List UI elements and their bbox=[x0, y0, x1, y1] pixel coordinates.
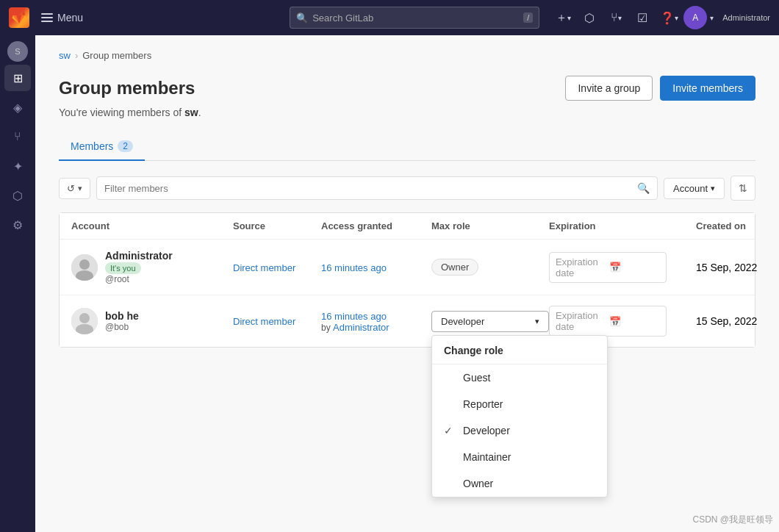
header-actions: Invite a group Invite members bbox=[565, 76, 755, 101]
admin-created: 15 Sep, 2022 bbox=[696, 262, 779, 273]
member-info-admin: Administrator It's you @root bbox=[71, 250, 233, 284]
todos-button[interactable]: ☑ bbox=[631, 6, 654, 29]
sidebar-item-ci[interactable]: ✦ bbox=[4, 153, 31, 179]
tab-members-label: Members bbox=[71, 140, 113, 152]
help-button[interactable]: ❓ ▾ bbox=[657, 6, 681, 29]
bob-access: 16 minutes ago by Administrator bbox=[321, 310, 431, 333]
subtitle-group: sw bbox=[184, 107, 198, 118]
watermark: CSDN @我是旺领导 bbox=[692, 514, 773, 526]
bob-role-dropdown[interactable]: Developer ▾ bbox=[431, 311, 549, 332]
plus-icon: ＋ bbox=[556, 10, 567, 26]
admin-access: 16 minutes ago bbox=[321, 262, 431, 273]
bob-expiration-input[interactable]: Expiration date 📅 bbox=[549, 306, 667, 337]
admin-source-link[interactable]: Direct member bbox=[233, 262, 295, 273]
breadcrumb-separator: › bbox=[75, 50, 78, 61]
col-role: Max role bbox=[431, 220, 549, 231]
menu-button[interactable]: Menu bbox=[35, 9, 89, 26]
role-option-maintainer[interactable]: Maintainer bbox=[432, 444, 607, 470]
topnav-actions: ＋ ▾ ⬡ ⑂ ▾ ☑ ❓ ▾ A ▾ bbox=[551, 6, 714, 29]
calendar-icon2: 📅 bbox=[609, 316, 660, 327]
col-expiration: Expiration bbox=[549, 220, 696, 231]
bob-name: bob he bbox=[105, 310, 139, 322]
chevron-down-icon7: ▾ bbox=[535, 317, 539, 326]
breadcrumb-parent[interactable]: sw bbox=[59, 50, 71, 61]
create-button[interactable]: ＋ ▾ bbox=[551, 6, 575, 29]
account-filter-button[interactable]: Account ▾ bbox=[664, 178, 725, 199]
role-option-developer[interactable]: ✓ Developer bbox=[432, 417, 607, 444]
admin-handle: @root bbox=[105, 274, 173, 284]
sidebar-avatar[interactable]: S bbox=[7, 41, 28, 62]
gitlab-logo[interactable] bbox=[9, 7, 29, 28]
issues-button[interactable]: ⬡ bbox=[578, 6, 601, 29]
table-header: Account Source Access granted Max role E… bbox=[60, 213, 755, 240]
member-details-bob: bob he @bob bbox=[105, 310, 139, 332]
help-icon: ❓ bbox=[660, 11, 675, 25]
col-access: Access granted bbox=[321, 220, 431, 231]
table-row: bob he @bob Direct member 16 minutes ago… bbox=[60, 295, 755, 347]
role-option-guest[interactable]: Guest bbox=[432, 364, 607, 391]
breadcrumb: sw › Group members bbox=[59, 50, 755, 61]
admin-expiration: Expiration date 📅 bbox=[549, 252, 696, 283]
breadcrumb-current: Group members bbox=[82, 50, 151, 61]
filter-search-button[interactable]: 🔍 bbox=[630, 177, 657, 199]
sidebar-item-learn[interactable]: ◈ bbox=[4, 94, 31, 121]
tab-members[interactable]: Members 2 bbox=[59, 133, 145, 161]
role-maintainer-label: Maintainer bbox=[463, 451, 511, 463]
sidebar-item-settings[interactable]: ⚙ bbox=[4, 212, 31, 238]
admin-role: Owner bbox=[431, 259, 549, 276]
role-change-dropdown: Change role Guest Reporter ✓ bbox=[431, 335, 608, 497]
role-guest-label: Guest bbox=[463, 372, 490, 384]
chevron-down-icon3: ▾ bbox=[675, 14, 678, 22]
user-menu[interactable]: A ▾ bbox=[683, 6, 714, 29]
bob-source: Direct member bbox=[233, 315, 321, 327]
sidebar-item-merge-requests[interactable]: ⑂ bbox=[4, 123, 31, 150]
role-option-owner[interactable]: Owner bbox=[432, 470, 607, 497]
bob-source-link[interactable]: Direct member bbox=[233, 316, 295, 327]
bob-access-time[interactable]: 16 minutes ago bbox=[321, 311, 387, 322]
filter-input[interactable] bbox=[97, 178, 630, 199]
sidebar-item-security[interactable]: ⬡ bbox=[4, 182, 31, 209]
search-icon: 🔍 bbox=[296, 12, 308, 24]
menu-label: Menu bbox=[57, 12, 83, 24]
bob-role: Developer ▾ Change role Guest bbox=[431, 311, 549, 332]
hamburger-icon bbox=[41, 13, 53, 22]
role-owner-label: Owner bbox=[463, 478, 493, 489]
bob-handle: @bob bbox=[105, 322, 139, 332]
issues-icon: ⬡ bbox=[584, 11, 595, 25]
invite-members-button[interactable]: Invite members bbox=[660, 76, 755, 101]
history-icon: ↺ bbox=[67, 183, 75, 194]
account-filter-label: Account bbox=[673, 183, 708, 194]
filter-history-button[interactable]: ↺ ▾ bbox=[59, 178, 90, 199]
role-option-reporter[interactable]: Reporter bbox=[432, 391, 607, 417]
col-account: Account bbox=[71, 220, 233, 231]
page-title: Group members bbox=[59, 78, 195, 98]
svg-point-4 bbox=[79, 313, 90, 323]
bob-created-date: 15 Sep, 2022 bbox=[696, 315, 757, 327]
bob-access-by-link[interactable]: Administrator bbox=[333, 322, 390, 333]
admin-access-time[interactable]: 16 minutes ago bbox=[321, 262, 387, 273]
expiration-placeholder: Expiration date bbox=[556, 256, 606, 278]
role-reporter-label: Reporter bbox=[463, 398, 503, 410]
todo-icon: ☑ bbox=[637, 11, 647, 25]
sort-button[interactable]: ⇅ bbox=[730, 176, 755, 201]
chevron-down-icon: ▾ bbox=[567, 14, 571, 22]
bob-access-by: by Administrator bbox=[321, 322, 431, 333]
table-row: Administrator It's you @root Direct memb… bbox=[60, 240, 755, 295]
invite-group-button[interactable]: Invite a group bbox=[565, 76, 653, 101]
merge-icon: ⑂ bbox=[611, 11, 618, 24]
chevron-down-icon2: ▾ bbox=[618, 14, 622, 22]
search-placeholder: Search GitLab bbox=[312, 12, 373, 24]
sort-icon: ⇅ bbox=[739, 182, 747, 194]
calendar-icon: 📅 bbox=[609, 262, 660, 273]
sidebar-item-projects[interactable]: ⊞ bbox=[4, 65, 31, 91]
chevron-down-icon4: ▾ bbox=[710, 14, 714, 22]
merge-requests-button[interactable]: ⑂ ▾ bbox=[604, 6, 628, 29]
admin-name: Administrator bbox=[105, 250, 173, 262]
admin-source: Direct member bbox=[233, 262, 321, 273]
col-source: Source bbox=[233, 220, 321, 231]
admin-expiration-input[interactable]: Expiration date 📅 bbox=[549, 252, 667, 283]
bob-created: 15 Sep, 2022 bbox=[696, 315, 779, 327]
admin-role-badge: Owner bbox=[431, 259, 478, 276]
global-search[interactable]: 🔍 Search GitLab / bbox=[290, 7, 539, 29]
tab-members-count: 2 bbox=[118, 140, 133, 152]
